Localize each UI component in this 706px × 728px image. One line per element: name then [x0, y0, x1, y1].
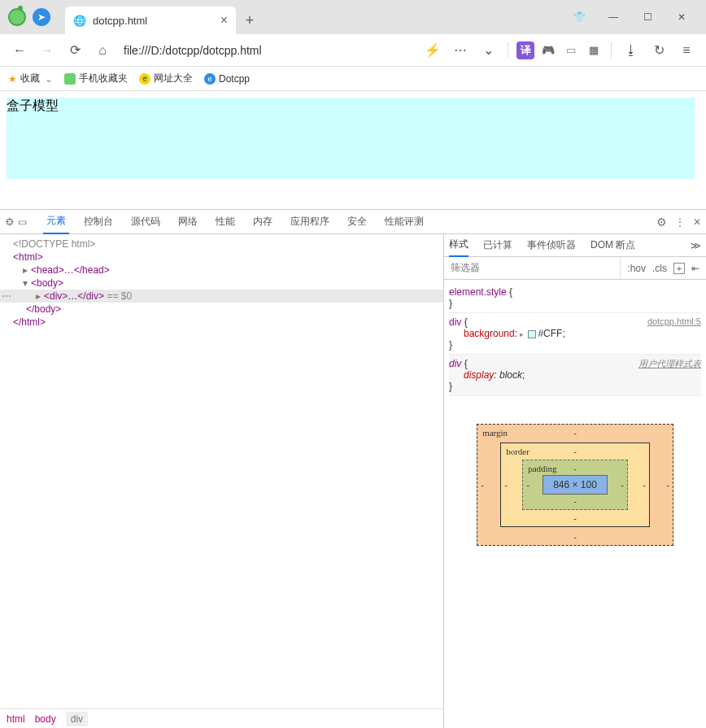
apps-icon[interactable]: ▦	[585, 41, 603, 59]
separator	[508, 42, 508, 59]
page-viewport: 盒子模型	[0, 91, 706, 209]
toolbar-right: ⚡ ⋯ ⌄ 译 🎮 ▭ ▦ ⭳ ↻ ≡	[421, 39, 698, 62]
style-rules: element.style { } dotcpp.html:5 div { ba…	[444, 280, 706, 399]
tab-memory[interactable]: 内存	[250, 210, 276, 234]
gamepad-icon[interactable]: 🎮	[539, 41, 557, 59]
new-rule-button[interactable]: +	[673, 263, 685, 274]
rule-element-style[interactable]: element.style { }	[449, 283, 701, 313]
hov-toggle[interactable]: :hov	[627, 263, 646, 274]
bookmarks-bar: ★收藏⌄ 手机收藏夹 e网址大全 eDotcpp	[0, 67, 706, 91]
download-icon[interactable]: ⭳	[620, 39, 643, 62]
rule-source-link[interactable]: dotcpp.html:5	[647, 316, 701, 326]
device-icon[interactable]: ▭	[18, 216, 27, 228]
more-icon[interactable]: ⋯	[449, 39, 472, 62]
bm-margin[interactable]: margin - - - - border - - - - padding -	[477, 424, 673, 546]
dom-head[interactable]: ▸<head>…</head>	[0, 264, 443, 277]
maximize-button[interactable]: ☐	[634, 4, 660, 30]
tab-network[interactable]: 网络	[175, 210, 201, 234]
subtab-breakpoints[interactable]: DOM 断点	[591, 234, 635, 257]
page-box-text: 盒子模型	[7, 98, 59, 112]
tab-audits[interactable]: 性能评测	[381, 210, 427, 234]
window-controls: 👕 — ☐ ✕	[555, 0, 706, 34]
url-text: file:///D:/dotcpp/dotcpp.html	[124, 44, 262, 57]
translate-icon[interactable]: 译	[516, 41, 534, 59]
phone-icon	[64, 73, 76, 85]
nav-toolbar: ← → ⟳ ⌂ file:///D:/dotcpp/dotcpp.html ⚡ …	[0, 34, 706, 67]
star-icon: ★	[8, 73, 17, 85]
dom-html-open[interactable]: <html>	[0, 251, 443, 264]
cls-toggle[interactable]: .cls	[652, 263, 667, 274]
subtab-more[interactable]: ≫	[691, 234, 701, 257]
rule-div-bg[interactable]: dotcpp.html:5 div { background: ▸#CFF; }	[449, 313, 701, 355]
styles-subtabs: 样式 已计算 事件侦听器 DOM 断点 ≫	[444, 234, 706, 257]
send-icon[interactable]: ➤	[33, 8, 50, 26]
bm-border[interactable]: border - - - - padding - - - - 846 × 100	[500, 442, 650, 527]
browser-logo-icon[interactable]	[8, 8, 26, 26]
nav-icon: e	[139, 73, 150, 85]
bc-html[interactable]: html	[7, 713, 25, 725]
dom-tree[interactable]: <!DOCTYPE html> <html> ▸<head>…</head> ▾…	[0, 234, 443, 708]
bookmark-dotcpp[interactable]: eDotcpp	[204, 73, 250, 85]
history-icon[interactable]: ↻	[647, 39, 670, 62]
titlebar: ➤ 🌐 dotcpp.html × + 👕 — ☐ ✕	[0, 0, 706, 34]
inspect-icon[interactable]: ⯐	[5, 216, 15, 228]
dom-div-selected[interactable]: ▸<div>…</div> == $0	[0, 290, 443, 303]
bm-content[interactable]: 846 × 100	[543, 475, 608, 495]
bm-padding[interactable]: padding - - - - 846 × 100	[522, 460, 628, 510]
favorites-button[interactable]: ★收藏⌄	[8, 72, 53, 85]
devtools-tabs: ⯐ ▭ 元素 控制台 源代码 网络 性能 内存 应用程序 安全 性能评测 ⚙ ⋮…	[0, 210, 706, 234]
tshirt-icon[interactable]: 👕	[566, 4, 592, 30]
tab-performance[interactable]: 性能	[212, 210, 238, 234]
close-window-button[interactable]: ✕	[669, 4, 695, 30]
tab-console[interactable]: 控制台	[81, 210, 116, 234]
new-tab-button[interactable]: +	[236, 7, 264, 34]
styles-filter-row: :hov .cls + ⇤	[444, 257, 706, 280]
separator	[611, 42, 612, 59]
chevron-down-icon: ⌄	[45, 73, 53, 85]
address-bar[interactable]: file:///D:/dotcpp/dotcpp.html	[119, 39, 416, 62]
rule-source-ua: 用户代理样式表	[638, 358, 701, 370]
dom-doctype[interactable]: <!DOCTYPE html>	[0, 238, 443, 251]
reload-button[interactable]: ⟳	[63, 39, 86, 62]
flash-icon[interactable]: ⚡	[421, 39, 444, 62]
tab-application[interactable]: 应用程序	[287, 210, 333, 234]
bc-div[interactable]: div	[66, 712, 88, 726]
page-box-div: 盒子模型	[7, 98, 695, 179]
back-button[interactable]: ←	[8, 39, 31, 62]
menu-icon[interactable]: ≡	[675, 39, 698, 62]
dom-breadcrumb: html body div	[0, 708, 443, 728]
gear-icon[interactable]: ⚙	[656, 216, 667, 229]
tab-sources[interactable]: 源代码	[128, 210, 163, 234]
forward-button[interactable]: →	[36, 39, 59, 62]
dom-html-close[interactable]: </html>	[0, 316, 443, 329]
tab-close-icon[interactable]: ×	[220, 13, 228, 28]
subtab-computed[interactable]: 已计算	[483, 234, 512, 257]
subtab-styles[interactable]: 样式	[449, 234, 468, 257]
dom-body-open[interactable]: ▾<body>	[0, 277, 443, 290]
dotcpp-icon: e	[204, 73, 216, 85]
dom-panel: <!DOCTYPE html> <html> ▸<head>…</head> ▾…	[0, 234, 444, 728]
home-button[interactable]: ⌂	[91, 39, 114, 62]
reader-icon[interactable]: ▭	[562, 41, 580, 59]
rule-div-ua[interactable]: 用户代理样式表 div { display: block; }	[449, 355, 701, 396]
globe-icon: 🌐	[73, 15, 86, 27]
inspect-tools: ⯐ ▭	[5, 216, 27, 228]
bookmark-phone[interactable]: 手机收藏夹	[64, 72, 128, 85]
devtools-panel: ⯐ ▭ 元素 控制台 源代码 网络 性能 内存 应用程序 安全 性能评测 ⚙ ⋮…	[0, 209, 706, 728]
dropdown-icon[interactable]: ⌄	[477, 39, 499, 62]
color-swatch-icon[interactable]	[528, 330, 536, 338]
devtools-body: <!DOCTYPE html> <html> ▸<head>…</head> ▾…	[0, 234, 706, 728]
bc-body[interactable]: body	[35, 713, 56, 725]
minimize-button[interactable]: —	[600, 4, 626, 30]
tab-security[interactable]: 安全	[344, 210, 370, 234]
devtools-close-icon[interactable]: ✕	[693, 216, 701, 228]
pin-icon[interactable]: ⇤	[691, 263, 699, 274]
dom-body-close[interactable]: </body>	[0, 303, 443, 316]
subtab-listeners[interactable]: 事件侦听器	[527, 234, 576, 257]
browser-tab[interactable]: 🌐 dotcpp.html ×	[65, 7, 236, 34]
bookmark-nav[interactable]: e网址大全	[139, 72, 193, 85]
devtools-more-icon[interactable]: ⋮	[675, 216, 685, 228]
tab-elements[interactable]: 元素	[43, 210, 69, 234]
styles-filter-input[interactable]	[444, 262, 620, 274]
box-model-diagram: margin - - - - border - - - - padding -	[444, 399, 706, 570]
